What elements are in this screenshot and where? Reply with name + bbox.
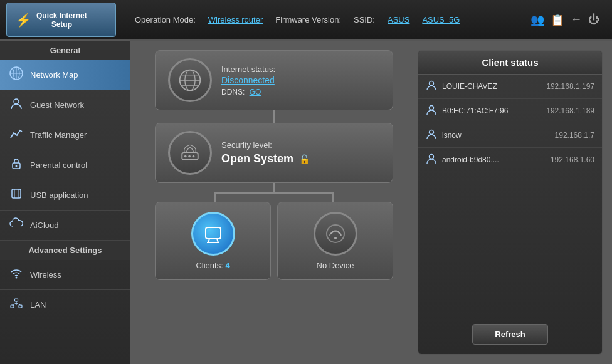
guest-network-icon (9, 96, 24, 113)
refresh-button[interactable]: Refresh (472, 324, 547, 345)
router-icon-circle (168, 131, 212, 175)
clients-card[interactable]: Clients: 4 (155, 202, 271, 280)
no-device-card[interactable]: No Device (277, 202, 393, 280)
svg-rect-7 (12, 189, 21, 198)
parental-control-icon (9, 157, 24, 174)
svg-point-35 (430, 155, 434, 159)
svg-point-24 (188, 155, 191, 158)
sidebar-item-label-network-map: Network Map (30, 70, 78, 80)
svg-rect-11 (11, 305, 14, 308)
clients-count: 4 (225, 261, 230, 270)
sidebar-item-label-guest-network: Guest Network (30, 100, 84, 110)
svg-rect-12 (19, 305, 22, 308)
client-ip: 192.168.1.7 (555, 131, 594, 140)
svg-line-16 (16, 303, 21, 305)
client-status-title: Client status (418, 51, 602, 75)
advanced-section-label: Advanced Settings (0, 241, 130, 260)
sidebar-item-label-usb-application: USB application (30, 190, 88, 200)
ssid-label: SSID: (354, 15, 375, 24)
client-name: B0:EC:71:AC:F7:96 (442, 107, 541, 115)
svg-point-32 (430, 81, 434, 86)
svg-point-10 (16, 277, 18, 279)
router-card-text: Security level: Open System 🔓 (221, 140, 310, 165)
svg-point-30 (327, 225, 344, 242)
ssid-5g-link[interactable]: ASUS_5G (422, 15, 460, 24)
operation-mode-label: Operation Mode: (135, 15, 196, 24)
internet-card-text: Internet status: Disconnected DDNS: GO (221, 65, 275, 96)
ddns-line: DDNS: GO (221, 88, 275, 96)
network-map-icon (9, 66, 24, 83)
client-status-panel: Client status LOUIE-CHAVEZ 192.168.1.197… (418, 50, 603, 355)
topbar-icons: 👥 📋 ← ⏻ (530, 13, 606, 27)
client-row[interactable]: android-b9d80.... 192.168.1.60 (418, 148, 602, 172)
svg-point-33 (430, 106, 434, 110)
client-avatar-icon (426, 128, 437, 142)
svg-point-6 (16, 165, 18, 167)
svg-rect-13 (15, 299, 18, 301)
sidebar: General Network Map Guest Network Traffi… (0, 41, 130, 364)
open-system-value: Open System 🔓 (221, 152, 310, 165)
sidebar-item-guest-network[interactable]: Guest Network (0, 90, 130, 120)
back-icon[interactable]: ← (571, 13, 582, 27)
svg-rect-26 (206, 227, 221, 239)
branch-connector (155, 183, 393, 202)
internet-status-label: Internet status: (221, 65, 275, 74)
sidebar-item-wireless[interactable]: Wireless (0, 260, 130, 290)
sidebar-item-aicloud[interactable]: AiCloud (0, 211, 130, 241)
svg-point-25 (193, 155, 195, 158)
operation-mode-value[interactable]: Wireless router (208, 15, 263, 24)
clients-icon-circle (191, 212, 235, 256)
sidebar-item-lan[interactable]: LAN (0, 290, 130, 320)
clients-label: Clients: 4 (196, 261, 230, 270)
security-level-label: Security level: (221, 140, 310, 150)
lock-icon: 🔓 (299, 154, 310, 164)
traffic-manager-icon (9, 127, 24, 143)
svg-line-15 (13, 303, 17, 305)
sidebar-item-parental-control[interactable]: Parental control (0, 150, 130, 180)
router-card[interactable]: Security level: Open System 🔓 (155, 123, 393, 183)
general-section-label: General (0, 41, 130, 60)
no-device-icon-circle (314, 212, 357, 256)
quick-setup-button[interactable]: ⚡ Quick InternetSetup (6, 3, 116, 37)
power-icon[interactable]: ⏻ (588, 13, 599, 27)
ddns-go-link[interactable]: GO (250, 88, 261, 96)
client-avatar-icon (426, 104, 437, 118)
aicloud-icon (9, 217, 24, 234)
client-name: android-b9d80.... (442, 155, 546, 164)
firmware-label: Firmware Version: (275, 15, 341, 24)
internet-card[interactable]: Internet status: Disconnected DDNS: GO (155, 50, 393, 110)
client-row[interactable]: isnow 192.168.1.7 (418, 123, 602, 148)
internet-icon-circle (168, 58, 212, 102)
no-device-label: No Device (317, 261, 354, 270)
refresh-area: Refresh (418, 315, 602, 354)
client-ip: 192.168.1.197 (546, 82, 594, 91)
users-icon[interactable]: 👥 (530, 13, 544, 27)
client-avatar-icon (426, 153, 437, 167)
main-content: Internet status: Disconnected DDNS: GO (130, 41, 612, 364)
sidebar-item-label-lan: LAN (30, 300, 46, 309)
ssid-asus-link[interactable]: ASUS (388, 15, 409, 24)
client-row[interactable]: LOUIE-CHAVEZ 192.168.1.197 (418, 75, 602, 99)
client-avatar-icon (426, 80, 437, 93)
client-row[interactable]: B0:EC:71:AC:F7:96 192.168.1.189 (418, 99, 602, 123)
ddns-label: DDNS: (221, 88, 245, 96)
sidebar-item-network-map[interactable]: Network Map (0, 60, 130, 90)
network-diagram: Internet status: Disconnected DDNS: GO (140, 50, 408, 355)
sidebar-item-label-wireless: Wireless (30, 270, 61, 279)
client-ip: 192.168.1.189 (546, 107, 594, 115)
copy-icon[interactable]: 📋 (551, 13, 564, 27)
usb-application-icon (9, 187, 24, 204)
sidebar-item-label-traffic-manager: Traffic Manager (30, 130, 87, 140)
quick-setup-label: Quick InternetSetup (36, 11, 87, 29)
sidebar-item-traffic-manager[interactable]: Traffic Manager (0, 120, 130, 150)
internet-status-value[interactable]: Disconnected (221, 75, 275, 85)
topbar-info: Operation Mode: Wireless router Firmware… (116, 15, 530, 24)
sidebar-item-label-aicloud: AiCloud (30, 221, 59, 230)
client-ip: 192.168.1.60 (551, 155, 594, 164)
sidebar-item-label-parental-control: Parental control (30, 160, 87, 170)
quick-setup-icon: ⚡ (16, 13, 31, 28)
bottom-cards: Clients: 4 No Device (155, 202, 393, 280)
topbar: ⚡ Quick InternetSetup Operation Mode: Wi… (0, 0, 612, 41)
lan-icon (9, 296, 24, 313)
sidebar-item-usb-application[interactable]: USB application (0, 180, 130, 211)
